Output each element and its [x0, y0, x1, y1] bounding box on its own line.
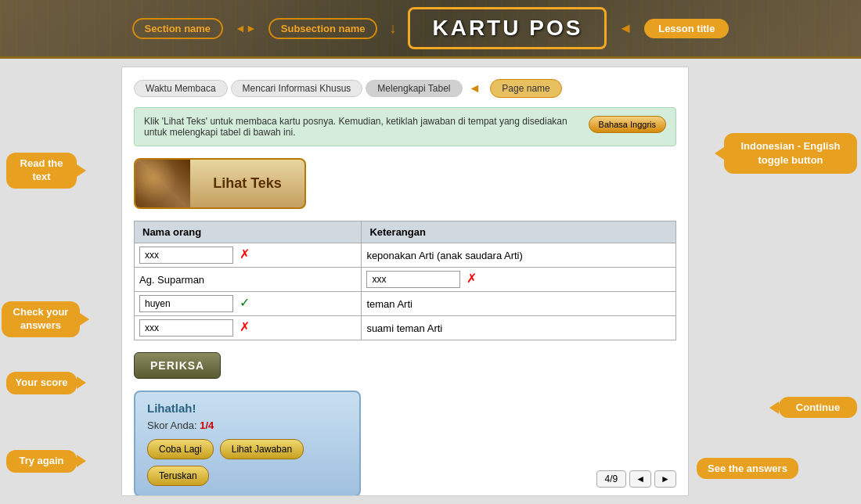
table-cell-keterangan: suami teman Arti — [362, 316, 676, 340]
tab-waktu-membaca[interactable]: Waktu Membaca — [134, 80, 228, 97]
table-row: ✗ keponakan Arti (anak saudara Arti) — [135, 243, 676, 268]
lihat-jawaban-button[interactable]: Lihat Jawaban — [220, 439, 304, 459]
col2-header: Keterangan — [362, 221, 676, 243]
wrong-icon: ✗ — [240, 247, 250, 261]
tab-melengkapi[interactable]: Melengkapi Tabel — [366, 80, 462, 97]
prev-page-button[interactable]: ◄ — [629, 470, 651, 488]
row2-col2-input[interactable] — [366, 271, 460, 288]
lesson-title: KARTU POS — [408, 7, 607, 49]
see-answers-annotation: See the answers — [697, 458, 798, 479]
table-row: ✗ suami teman Arti — [135, 316, 676, 340]
your-score-annotation: Your score — [6, 372, 77, 394]
table-cell: ✗ — [135, 316, 362, 340]
score-buttons: Coba Lagi Lihat Jawaban Teruskan — [147, 439, 348, 486]
table-row: ✓ teman Arti — [135, 292, 676, 316]
tab-arrow-icon: ◄ — [469, 81, 481, 95]
table-row: Ag. Suparman ✗ — [135, 268, 676, 292]
correct-icon: ✓ — [240, 296, 250, 309]
data-table: Nama orang Keterangan ✗ keponakan Arti (… — [134, 221, 676, 340]
content-area: Waktu Membaca Mencari Informasi Khusus M… — [121, 67, 689, 496]
score-text: Skor Anda: 1/4 — [147, 419, 348, 431]
score-value: 1/4 — [200, 419, 214, 431]
indonesian-english-annotation: Indonesian - English toggle button — [724, 133, 857, 174]
page-name-badge: Page name — [490, 79, 561, 98]
try-again-annotation: Try again — [6, 450, 77, 473]
wrong-icon: ✗ — [467, 272, 477, 285]
table-cell-static: Ag. Suparman — [135, 268, 362, 292]
table-cell: ✗ — [362, 268, 676, 292]
right-annotations: Indonesian - English toggle button Conti… — [689, 59, 861, 504]
check-answers-annotation: Check your answers — [2, 301, 80, 337]
col1-header: Nama orang — [135, 221, 362, 243]
row3-col1-input[interactable] — [139, 295, 233, 312]
periksa-button[interactable]: PERIKSA — [134, 352, 221, 379]
score-box-title: Lihatlah! — [147, 401, 348, 415]
lihat-teks-button[interactable]: Lihat Teks — [134, 158, 306, 209]
table-cell: ✗ — [135, 243, 362, 268]
left-annotations: Read the text Check your answers Your sc… — [0, 59, 121, 504]
lihat-teks-label: Lihat Teks — [190, 175, 304, 192]
row1-col1-input[interactable] — [139, 247, 233, 264]
tabs-row: Waktu Membaca Mencari Informasi Khusus M… — [134, 79, 676, 98]
read-text-annotation: Read the text — [6, 153, 77, 189]
page-counter: 4/9 — [596, 470, 627, 488]
next-page-button[interactable]: ► — [654, 470, 676, 488]
header: Section name ◄► Subsection name ↓ KARTU … — [0, 0, 861, 59]
coba-lagi-button[interactable]: Coba Lagi — [147, 439, 214, 459]
instruction-box: Klik 'Lihat Teks' untuk membaca kartu po… — [134, 107, 676, 146]
score-label: Skor Anda: — [147, 419, 197, 431]
tab-mencari[interactable]: Mencari Informasi Khusus — [231, 80, 363, 97]
score-box: Lihatlah! Skor Anda: 1/4 Coba Lagi Lihat… — [134, 391, 361, 496]
bottom-nav: 4/9 ◄ ► — [596, 470, 676, 488]
instruction-text: Klik 'Lihat Teks' untuk membaca kartu po… — [144, 116, 581, 138]
main-wrapper: Read the text Check your answers Your sc… — [0, 59, 861, 504]
section-name-badge[interactable]: Section name — [132, 18, 224, 39]
lesson-title-badge: Lesson title — [644, 19, 729, 38]
table-cell: ✓ — [135, 292, 362, 316]
teruskan-button[interactable]: Teruskan — [147, 466, 209, 486]
bahasa-inggris-button[interactable]: Bahasa Inggris — [589, 116, 666, 133]
table-cell-keterangan: teman Arti — [362, 292, 676, 316]
lihat-teks-image — [135, 158, 190, 209]
subsection-name-badge[interactable]: Subsection name — [268, 18, 378, 39]
row4-col1-input[interactable] — [139, 319, 233, 337]
table-cell-keterangan: keponakan Arti (anak saudara Arti) — [362, 243, 676, 268]
continue-annotation: Continue — [779, 397, 857, 418]
wrong-icon: ✗ — [240, 320, 250, 333]
